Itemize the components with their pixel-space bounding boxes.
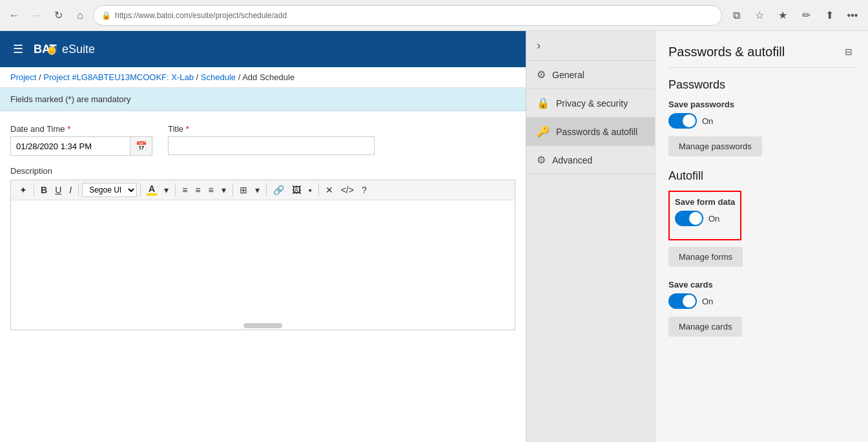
title-label: Title * [168,124,375,134]
home-button[interactable]: ⌂ [71,6,89,25]
mandatory-fields-text: Fields marked (*) are mandatory [10,94,130,104]
title-input[interactable] [168,136,375,155]
lock-icon: 🔒 [101,11,111,20]
sidebar-item-privacy-label: Privacy & security [556,98,628,109]
calendar-icon[interactable]: 📅 [130,137,152,155]
autofill-section: Autofill Save form data On Manage forms … [668,169,855,337]
toolbar-font-select[interactable]: Segoe UI [82,183,137,197]
toolbar-table[interactable]: ⊞ [236,183,251,197]
passwords-section: Passwords Save passwords On Manage passw… [668,78,855,156]
toolbar-source[interactable]: </> [338,183,357,197]
breadcrumb-project[interactable]: Project [10,72,36,82]
svg-point-4 [50,47,54,52]
save-form-toggle[interactable] [675,211,703,226]
sep7 [318,184,319,196]
app-header: ☰ BAT eSuite [0,31,526,67]
toolbar-underline[interactable]: U [52,183,65,197]
save-passwords-state: On [702,116,713,126]
breadcrumb-current: Add Schedule [242,72,294,82]
address-bar[interactable]: 🔒 https://www.batoi.com/esuite/project/s… [93,5,722,26]
form-area: Date and Time * 📅 Title * [0,111,526,442]
sep2 [78,184,79,196]
sidebar-item-advanced[interactable]: ⚙ Advanced [526,146,655,174]
sidebar-item-privacy[interactable]: 🔒 Privacy & security [526,89,655,118]
more-button[interactable]: ••• [842,5,863,26]
collections-button[interactable]: ★ [772,5,793,26]
save-passwords-label: Save passwords [668,100,855,109]
manage-passwords-button[interactable]: Manage passwords [668,136,762,156]
toggle-knob [683,114,696,127]
save-cards-state: On [702,297,713,306]
breadcrumb-schedule[interactable]: Schedule [201,72,236,82]
description-label: Description [10,166,515,176]
gear-icon: ⚙ [537,68,546,81]
sidebar-collapse-btn[interactable]: › [526,31,655,61]
sidebar-item-passwords[interactable]: 🔑 Passwords & autofill [526,118,655,146]
save-form-highlight-box: Save form data On [668,191,741,240]
manage-cards-button[interactable]: Manage cards [668,317,742,337]
date-time-label: Date and Time * [10,124,152,134]
sep1 [34,184,34,196]
share-button[interactable]: ⬆ [819,5,840,26]
browser-actions: ⧉ ☆ ★ ✏ ⬆ ••• [726,5,863,26]
sep3 [140,184,141,196]
editor-scrollbar[interactable] [243,323,282,328]
save-cards-toggle-knob [683,295,696,308]
refresh-button[interactable]: ↻ [49,6,67,25]
save-form-state: On [708,214,719,224]
toolbar-image[interactable]: 🖼 [289,183,304,197]
save-passwords-toggle[interactable] [668,113,697,129]
save-form-toggle-row: On [675,211,735,226]
toolbar-color-dropdown[interactable]: ▾ [161,183,172,197]
browser-chrome: ← → ↻ ⌂ 🔒 https://www.batoi.com/esuite/p… [0,0,868,31]
toolbar-sparkle[interactable]: ✦ [16,183,30,197]
hamburger-button[interactable]: ☰ [10,39,26,59]
date-time-input[interactable] [11,138,130,155]
back-button[interactable]: ← [5,6,23,25]
editor-wrapper: ✦ B U I Segoe UI A [10,180,515,330]
advanced-icon: ⚙ [537,154,546,166]
save-passwords-toggle-row: On [668,113,855,129]
passwords-section-title: Passwords [668,78,855,92]
toolbar-media[interactable]: ▪ [305,183,315,197]
esuite-label: eSuite [62,43,95,56]
toolbar-link[interactable]: 🔗 [270,183,287,197]
sidebar-item-general-label: General [552,70,584,80]
form-row-1: Date and Time * 📅 Title * [10,124,515,156]
toolbar-table-dropdown[interactable]: ▾ [252,183,263,197]
toolbar-bold[interactable]: B [37,183,50,197]
autofill-section-title: Autofill [668,169,855,183]
toolbar-font-color[interactable]: A [144,183,160,197]
toolbar-bullets[interactable]: ≡ [179,183,191,197]
editor-body[interactable] [11,200,515,330]
breadcrumb-project-detail[interactable]: Project #LG8ABTEU13MCOOKF: X-Lab [43,72,194,82]
logo-area: BAT eSuite [34,37,95,61]
save-cards-toggle[interactable] [668,293,697,309]
settings-sidebar: › ⚙ General 🔒 Privacy & security 🔑 Passw… [526,31,655,442]
sidebar-item-general[interactable]: ⚙ General [526,61,655,89]
toolbar-align-dropdown[interactable]: ▾ [218,183,229,197]
toolbar-numbered[interactable]: ≡ [192,183,203,197]
favorites-button[interactable]: ☆ [749,5,770,26]
tab-view-button[interactable]: ⧉ [726,5,747,26]
toolbar-help[interactable]: ? [358,183,370,197]
toolbar-align[interactable]: ≡ [205,183,216,197]
sep4 [175,184,176,196]
sep6 [266,184,267,196]
panel-header: Passwords & autofill ⊟ [668,44,855,68]
app-area: ☰ BAT eSuite Project / [0,31,526,442]
date-input-wrapper: 📅 [10,136,152,156]
hamburger-icon: ☰ [13,43,23,56]
description-area: Description ✦ B U I Segoe UI [10,166,515,330]
toolbar-italic[interactable]: I [66,183,75,197]
pen-button[interactable]: ✏ [796,5,816,26]
manage-forms-button[interactable]: Manage forms [668,247,743,267]
save-cards-toggle-row: On [668,293,855,309]
save-cards-label: Save cards [668,280,855,289]
forward-button[interactable]: → [27,6,45,25]
save-form-label: Save form data [675,197,735,207]
toolbar-clear[interactable]: ✕ [322,183,336,197]
lock-icon: 🔒 [537,97,550,109]
panel-close-button[interactable]: ⊟ [842,44,855,59]
sep5 [232,184,233,196]
